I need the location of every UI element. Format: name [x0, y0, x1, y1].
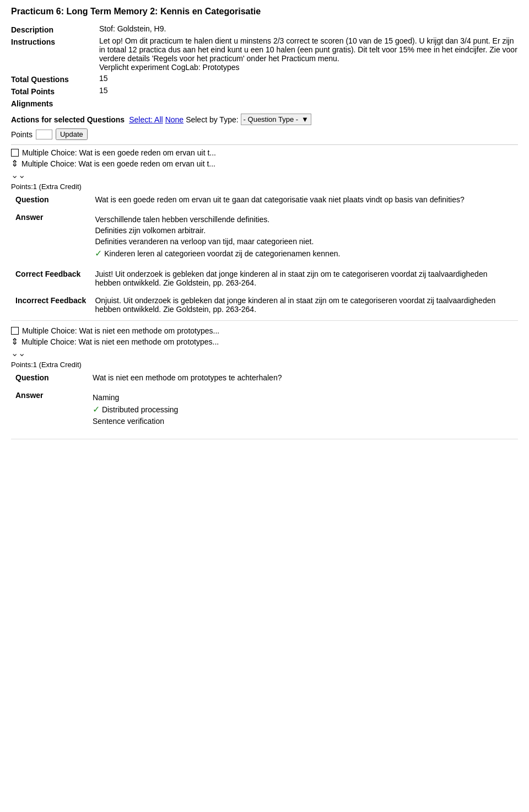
incorrect-feedback-row-1: Incorrect FeedbackOnjuist. Uit onderzoek… [11, 294, 518, 316]
sort-row-1: ⇕Multiple Choice: Wat is een goede reden… [11, 158, 518, 169]
question-header-2: Multiple Choice: Wat is niet een methode… [11, 326, 518, 335]
answer-option-2-2: ✓ Distributed processing [93, 404, 514, 415]
answer-text-1-3: Definities veranderen na verloop van tij… [95, 237, 314, 246]
page-container: Practicum 6: Long Term Memory 2: Kennis … [0, 0, 529, 450]
dropdown-label: - Question Type - [244, 115, 298, 123]
answer-row-2: AnswerNaming✓ Distributed processingSent… [11, 389, 518, 430]
sort-row-2: ⇕Multiple Choice: Wat is niet een method… [11, 336, 518, 347]
question-text-2: Wat is niet een methode om prototypes te… [88, 371, 518, 384]
actions-bar: Actions for selected Questions Select: A… [11, 114, 518, 125]
question-checkbox-2[interactable] [11, 327, 19, 335]
points-label: Points [11, 130, 33, 139]
alignments-label: Alignments [11, 98, 99, 108]
question-block-1: Multiple Choice: Wat is een goede reden … [11, 148, 518, 321]
alignments-row: Alignments [11, 98, 518, 108]
total-questions-value: 15 [99, 74, 518, 84]
actions-label: Actions for selected Questions [11, 115, 125, 124]
incorrect-feedback-text-1: Onjuist. Uit onderzoek is gebleken dat j… [90, 294, 518, 316]
correct-feedback-text-1: Juist! Uit onderzoek is gebleken dat jon… [90, 267, 518, 289]
total-points-value: 15 [99, 86, 518, 96]
answer-text-2-1: Naming [93, 393, 119, 402]
description-label: Description [11, 24, 99, 34]
question-header-1: Multiple Choice: Wat is een goede reden … [11, 148, 518, 157]
answer-options-1: Verschillende talen hebben verschillende… [90, 211, 518, 263]
answer-text-1-1: Verschillende talen hebben verschillende… [95, 215, 269, 224]
select-none-link[interactable]: None [165, 115, 183, 124]
total-points-label: Total Points [11, 86, 99, 96]
page-title: Practicum 6: Long Term Memory 2: Kennis … [11, 6, 518, 18]
instructions-row: Instructions Let op! Om dit practicum te… [11, 36, 518, 72]
description-value: Stof: Goldstein, H9. [99, 24, 518, 34]
expand-icon-1[interactable]: ⌄⌄ [11, 170, 518, 180]
select-all-link[interactable]: Select: All [129, 115, 163, 124]
sort-icon-2[interactable]: ⇕ [11, 336, 18, 347]
total-questions-label: Total Questions [11, 74, 99, 84]
select-by-type-label: Select by Type: [186, 115, 238, 124]
update-button[interactable]: Update [56, 128, 88, 140]
question-type-dropdown[interactable]: - Question Type - ▼ [241, 114, 311, 125]
detail-table-2: QuestionWat is niet een methode om proto… [11, 371, 518, 434]
answer-text-2-3: Sentence verification [93, 417, 164, 426]
dropdown-arrow-icon: ▼ [301, 115, 309, 123]
answer-label-1: Answer [11, 211, 90, 263]
answer-text-1-4: Kinderen leren al categorieen voordat zi… [104, 249, 340, 258]
question-block-2: Multiple Choice: Wat is niet een methode… [11, 326, 518, 439]
sort-icon-1[interactable]: ⇕ [11, 158, 18, 169]
instructions-text: Let op! Om dit practicum te halen dient … [99, 36, 518, 72]
points-credit-2: Points:1 (Extra Credit) [11, 361, 518, 369]
correct-feedback-row-1: Correct FeedbackJuist! Uit onderzoek is … [11, 267, 518, 289]
expand-icon-2[interactable]: ⌄⌄ [11, 348, 518, 358]
question-summary-2: Multiple Choice: Wat is niet een methode… [22, 326, 219, 335]
answer-options-2: Naming✓ Distributed processingSentence v… [88, 389, 518, 430]
correct-checkmark-2-2: ✓ [93, 405, 100, 414]
answer-option-1-3: Definities veranderen na verloop van tij… [95, 237, 514, 246]
question-summary-1: Multiple Choice: Wat is een goede reden … [22, 148, 216, 157]
instructions-label: Instructions [11, 36, 99, 72]
answer-row-1: AnswerVerschillende talen hebben verschi… [11, 211, 518, 263]
question-text-1: Wat is een goede reden om ervan uit te g… [90, 193, 518, 206]
divider-1 [11, 144, 518, 145]
question-label-1: Question [11, 193, 90, 206]
alignments-value [99, 98, 518, 108]
points-credit-1: Points:1 (Extra Credit) [11, 182, 518, 191]
answer-option-2-3: Sentence verification [93, 417, 514, 426]
total-points-row: Total Points 15 [11, 86, 518, 96]
correct-feedback-label-1: Correct Feedback [11, 267, 90, 289]
answer-option-1-4: ✓ Kinderen leren al categorieen voordat … [95, 248, 514, 259]
answer-label-2: Answer [11, 389, 88, 430]
answer-option-2-1: Naming [93, 393, 514, 402]
answer-option-1-1: Verschillende talen hebben verschillende… [95, 215, 514, 224]
answer-text-2-2: Distributed processing [102, 405, 179, 414]
sort-title-2: Multiple Choice: Wat is niet een methode… [21, 337, 219, 346]
sort-title-1: Multiple Choice: Wat is een goede reden … [21, 159, 215, 168]
questions-container: Multiple Choice: Wat is een goede reden … [11, 148, 518, 439]
incorrect-feedback-label-1: Incorrect Feedback [11, 294, 90, 316]
description-row: Description Stof: Goldstein, H9. [11, 24, 518, 34]
points-update-bar: Points Update [11, 128, 518, 140]
question-row-2: QuestionWat is niet een methode om proto… [11, 371, 518, 384]
points-input[interactable] [36, 130, 52, 139]
answer-option-1-2: Definities zijn volkomen arbitrair. [95, 226, 514, 235]
question-checkbox-1[interactable] [11, 149, 19, 157]
question-label-2: Question [11, 371, 88, 384]
question-row-1: QuestionWat is een goede reden om ervan … [11, 193, 518, 206]
detail-table-1: QuestionWat is een goede reden om ervan … [11, 193, 518, 316]
correct-checkmark-1-4: ✓ [95, 249, 102, 258]
answer-text-1-2: Definities zijn volkomen arbitrair. [95, 226, 206, 235]
total-questions-row: Total Questions 15 [11, 74, 518, 84]
